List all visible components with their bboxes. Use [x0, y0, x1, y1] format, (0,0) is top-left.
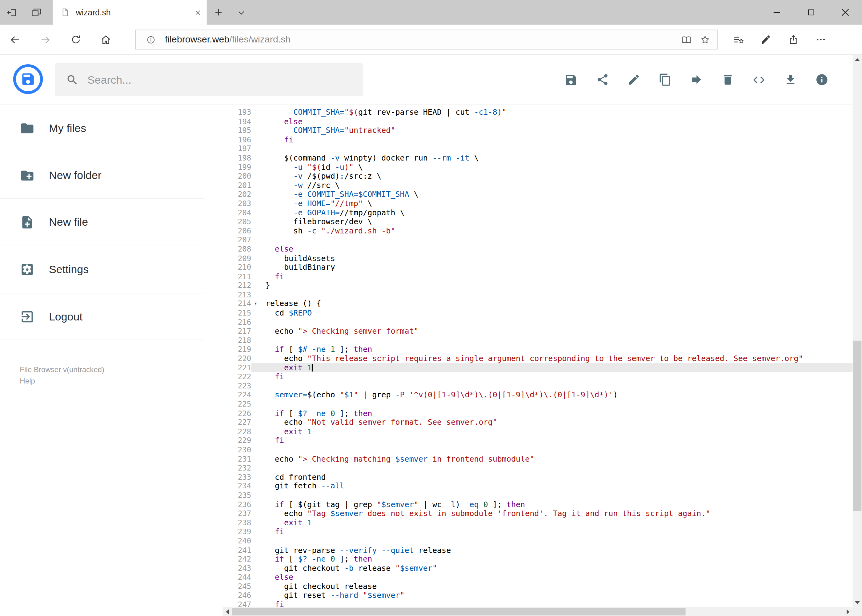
- code-line[interactable]: 244 else: [222, 573, 853, 582]
- reading-view-icon[interactable]: [677, 30, 695, 49]
- code-line[interactable]: 218: [222, 336, 853, 345]
- save-button[interactable]: [555, 68, 586, 92]
- code-line[interactable]: 220 echo "This release script requires a…: [222, 354, 853, 363]
- code-line[interactable]: 224 semver=$(echo "$1" | grep -P '^v(0|[…: [222, 390, 853, 399]
- code-line[interactable]: 239 fi: [222, 527, 853, 536]
- hub-favorites-icon[interactable]: [725, 25, 752, 54]
- code-line[interactable]: 247 fi: [222, 600, 853, 607]
- tabs-preview-icon[interactable]: [24, 0, 49, 25]
- scroll-right-icon[interactable]: [843, 607, 853, 616]
- code-line[interactable]: 230: [222, 445, 853, 454]
- page-info-icon[interactable]: [141, 30, 160, 49]
- forward-icon[interactable]: [30, 25, 60, 54]
- code-line[interactable]: 197: [222, 144, 853, 154]
- code-line[interactable]: 207: [222, 235, 853, 245]
- code-line[interactable]: 243 git checkout -b release "$semver": [222, 564, 853, 573]
- home-icon[interactable]: [91, 25, 121, 54]
- scroll-up-icon[interactable]: [853, 55, 862, 64]
- code-line[interactable]: 219 if [ $# -ne 1 ]; then: [222, 345, 853, 354]
- vertical-scrollbar[interactable]: [853, 55, 862, 607]
- code-line[interactable]: 234 git fetch --all: [222, 482, 853, 491]
- code-line[interactable]: 245 git checkout release: [222, 582, 853, 591]
- sidebar-item-my-files[interactable]: My files: [0, 105, 205, 152]
- code-line[interactable]: 200 -v /$(pwd):/src:z \: [222, 171, 853, 181]
- code-line[interactable]: 232: [222, 464, 853, 473]
- horizontal-scrollbar-thumb[interactable]: [232, 608, 686, 615]
- sidebar-item-settings[interactable]: Settings: [0, 246, 205, 293]
- favorite-star-icon[interactable]: [695, 30, 714, 49]
- code-line[interactable]: 237 echo "Tag $semver does not exist in …: [222, 509, 853, 518]
- code-line[interactable]: 215 cd $REPO: [222, 308, 853, 318]
- more-menu-icon[interactable]: [807, 25, 834, 54]
- code-line[interactable]: 226 if [ $? -ne 0 ]; then: [222, 409, 853, 418]
- set-tabs-aside-icon[interactable]: [0, 0, 24, 25]
- code-editor[interactable]: 193 COMMIT_SHA="$(git rev-parse HEAD | c…: [222, 105, 853, 607]
- share-button[interactable]: [586, 68, 618, 92]
- code-line[interactable]: 211 fi: [222, 272, 853, 281]
- vertical-scrollbar-thumb[interactable]: [853, 341, 861, 511]
- code-line[interactable]: 225: [222, 399, 853, 409]
- close-window-button[interactable]: [828, 0, 862, 25]
- code-line[interactable]: 214▾release () {: [222, 299, 853, 308]
- code-line[interactable]: 210 buildBinary: [222, 262, 853, 272]
- code-line[interactable]: 205 filebrowser/dev \: [222, 217, 853, 226]
- code-line[interactable]: 193 COMMIT_SHA="$(git rev-parse HEAD | c…: [222, 108, 853, 117]
- code-line[interactable]: 196 fi: [222, 135, 853, 144]
- code-line[interactable]: 238 exit 1: [222, 518, 853, 527]
- search-box[interactable]: [55, 63, 363, 96]
- rename-button[interactable]: [618, 68, 649, 92]
- scroll-left-icon[interactable]: [222, 607, 232, 616]
- maximize-button[interactable]: [794, 0, 828, 25]
- help-link[interactable]: Help: [20, 376, 35, 387]
- code-line[interactable]: 199 -u "$(id -u)" \: [222, 162, 853, 171]
- code-line[interactable]: 221 exit 1: [222, 363, 853, 372]
- share-page-icon[interactable]: [780, 25, 807, 54]
- code-line[interactable]: 204 -e GOPATH=//tmp/gopath \: [222, 208, 853, 217]
- raw-view-button[interactable]: [743, 68, 775, 92]
- web-note-pen-icon[interactable]: [752, 25, 780, 54]
- copy-button[interactable]: [649, 68, 681, 92]
- code-line[interactable]: 212}: [222, 281, 853, 290]
- horizontal-scrollbar[interactable]: [222, 607, 853, 616]
- code-line[interactable]: 216: [222, 317, 853, 327]
- code-line[interactable]: 209 buildAssets: [222, 254, 853, 263]
- code-line[interactable]: 231 echo "> Checking matching $semver in…: [222, 454, 853, 464]
- code-line[interactable]: 229 fi: [222, 436, 853, 445]
- filebrowser-logo-icon[interactable]: [13, 64, 43, 94]
- sidebar-item-logout[interactable]: Logout: [0, 293, 205, 341]
- code-line[interactable]: 236 if [ $(git tag | grep "$semver" | wc…: [222, 500, 853, 509]
- code-line[interactable]: 201 -w //src \: [222, 181, 853, 190]
- code-line[interactable]: 233 cd frontend: [222, 472, 853, 482]
- code-line[interactable]: 206 sh -c "./wizard.sh -b": [222, 226, 853, 236]
- fold-marker-icon[interactable]: ▾: [251, 299, 265, 308]
- code-line[interactable]: 227 echo "Not valid semver format. See s…: [222, 418, 853, 427]
- code-line[interactable]: 195 COMMIT_SHA="untracked": [222, 126, 853, 135]
- code-line[interactable]: 222 fi: [222, 372, 853, 381]
- code-line[interactable]: 213: [222, 290, 853, 299]
- code-line[interactable]: 208 else: [222, 245, 853, 254]
- tab-preview-chevron-icon[interactable]: [230, 0, 253, 25]
- info-button[interactable]: [806, 68, 837, 92]
- refresh-icon[interactable]: [61, 25, 91, 54]
- code-line[interactable]: 202 -e COMMIT_SHA=$COMMIT_SHA \: [222, 190, 853, 199]
- move-button[interactable]: [681, 68, 712, 92]
- scroll-down-icon[interactable]: [853, 598, 862, 607]
- download-button[interactable]: [775, 68, 806, 92]
- code-line[interactable]: 228 exit 1: [222, 427, 853, 436]
- minimize-button[interactable]: [760, 0, 794, 25]
- code-line[interactable]: 240: [222, 536, 853, 545]
- browser-tab[interactable]: wizard.sh: [53, 0, 206, 25]
- sidebar-item-new-folder[interactable]: New folder: [0, 152, 205, 199]
- back-icon[interactable]: [0, 25, 30, 54]
- delete-button[interactable]: [712, 68, 743, 92]
- new-tab-button[interactable]: [207, 0, 230, 25]
- url-field[interactable]: filebrowser.web/files/wizard.sh: [135, 30, 718, 49]
- code-line[interactable]: 241 git rev-parse --verify --quiet relea…: [222, 545, 853, 555]
- code-line[interactable]: 246 git reset --hard "$semver": [222, 591, 853, 600]
- sidebar-item-new-file[interactable]: New file: [0, 199, 205, 246]
- code-line[interactable]: 242 if [ $? -ne 0 ]; then: [222, 555, 853, 564]
- search-input[interactable]: [87, 74, 352, 86]
- tab-close-icon[interactable]: [194, 9, 201, 16]
- code-line[interactable]: 198 $(command -v winpty) docker run --rm…: [222, 153, 853, 162]
- code-line[interactable]: 223: [222, 381, 853, 391]
